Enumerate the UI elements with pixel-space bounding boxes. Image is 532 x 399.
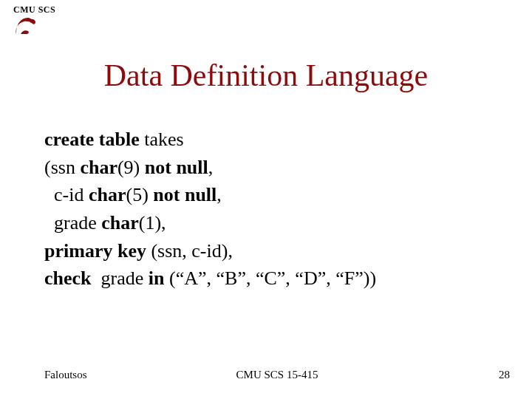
- txt: (1),: [139, 212, 166, 233]
- code-line-6: check grade in (“A”, “B”, “C”, “D”, “F”)…: [44, 265, 502, 293]
- code-line-5: primary key (ssn, c-id),: [44, 237, 502, 265]
- txt: ,: [216, 184, 222, 205]
- txt: (“A”, “B”, “C”, “D”, “F”)): [164, 267, 376, 289]
- txt: (5): [126, 184, 153, 205]
- code-line-4: grade char(1),: [44, 209, 502, 237]
- kw-check: check: [44, 267, 92, 289]
- kw-char: char: [89, 184, 126, 205]
- org-label: CMU SCS: [13, 4, 55, 16]
- txt: (ssn: [44, 157, 80, 178]
- cmu-dragon-logo: [13, 16, 38, 40]
- footer: Faloutsos CMU SCS 15-415 28: [44, 369, 510, 381]
- kw-notnull: not null: [153, 184, 216, 205]
- code-line-3: c-id char(5) not null,: [44, 181, 502, 209]
- slide-title: Data Definition Language: [0, 58, 532, 93]
- kw-char: char: [80, 157, 117, 178]
- txt: grade: [92, 267, 149, 289]
- txt: grade: [44, 212, 101, 233]
- kw-in: in: [149, 267, 165, 289]
- kw-primarykey: primary key: [44, 240, 146, 262]
- code-block: create table takes (ssn char(9) not null…: [44, 126, 502, 293]
- txt: (9): [117, 157, 145, 178]
- txt: ,: [208, 157, 214, 178]
- txt: c-id: [44, 184, 89, 205]
- kw-create-table: create table: [44, 129, 140, 150]
- txt: (ssn, c-id),: [146, 240, 233, 262]
- code-line-2: (ssn char(9) not null,: [44, 154, 502, 182]
- code-line-1: create table takes: [44, 126, 502, 154]
- footer-page-number: 28: [499, 369, 510, 381]
- footer-course: CMU SCS 15-415: [236, 369, 318, 381]
- footer-author: Faloutsos: [44, 369, 87, 381]
- kw-char: char: [101, 212, 139, 233]
- kw-notnull: not null: [145, 157, 208, 178]
- txt: takes: [140, 129, 184, 150]
- header: CMU SCS: [13, 4, 55, 16]
